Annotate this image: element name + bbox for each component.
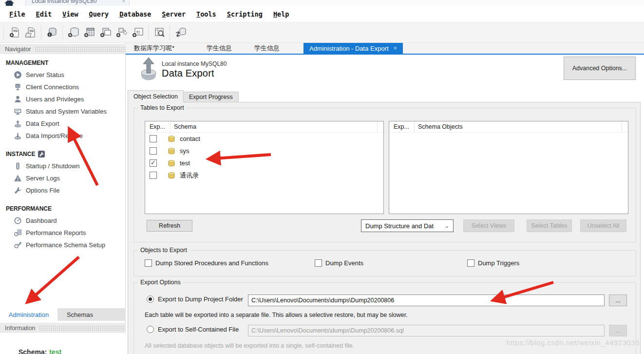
browse-folder-button[interactable]: ... [609, 295, 627, 306]
schema-objects-header: Exp... Schema Objects [389, 121, 628, 133]
menu-view[interactable]: View [57, 9, 84, 20]
schema-row-contacts-cn[interactable]: 通讯录 [145, 169, 383, 181]
radio-selected[interactable] [147, 295, 154, 303]
reconnect-dbms-icon[interactable] [172, 24, 189, 41]
users-icon [14, 95, 22, 103]
sidebar-item-performance-reports[interactable]: Performance Reports [0, 227, 126, 239]
create-schema-icon[interactable] [65, 24, 81, 41]
dump-stored-procedures-checkbox[interactable]: Dump Stored Procedures and Functions [145, 259, 268, 267]
schema-objects-list: Exp... Schema Objects [389, 121, 628, 214]
new-sql-tab-icon[interactable]: SQL [6, 24, 22, 41]
export-checkbox[interactable] [150, 147, 157, 155]
toolbar-grip [147, 26, 150, 39]
dump-folder-path-input[interactable] [248, 295, 605, 306]
instance-config-icon [38, 151, 45, 157]
dump-type-dropdown[interactable]: Dump Structure and Dat ⌄ [361, 219, 454, 232]
column-export: Exp... [145, 121, 170, 132]
tab-export-progress[interactable]: Export Progress [184, 92, 239, 102]
options-file-icon [14, 186, 22, 195]
create-procedure-icon[interactable] [114, 24, 130, 41]
create-table-icon[interactable] [81, 24, 97, 41]
doc-tab-1[interactable]: 数据库学习呢* [129, 43, 179, 54]
sidebar-item-status-system-variables[interactable]: Status and System Variables [0, 105, 126, 118]
dump-triggers-checkbox[interactable]: Dump Triggers [467, 259, 519, 267]
select-tables-button[interactable]: Select Tables [527, 219, 572, 232]
unselect-all-button[interactable]: Unselect All [580, 219, 626, 232]
open-sql-script-icon[interactable]: SQL [22, 24, 38, 41]
navigator-title: Navigator [5, 46, 31, 53]
search-table-data-icon[interactable] [151, 24, 167, 41]
sidebar-item-performance-schema-setup[interactable]: Performance Schema Setup [0, 239, 126, 251]
server-logs-icon [14, 174, 22, 182]
advanced-options-button[interactable]: Advanced Options... [564, 57, 636, 80]
svg-text:SQL: SQL [13, 29, 18, 32]
status-variables-icon [14, 107, 22, 116]
doc-tab-data-export[interactable]: Administration - Data Export × [303, 43, 403, 54]
sidebar-bottom-tabs: Administration Schemas [0, 308, 126, 321]
sidebar-item-server-status[interactable]: Server Status [0, 69, 126, 81]
connection-tab[interactable]: Local instance MySQL80 × [25, 0, 130, 6]
dump-events-checkbox[interactable]: Dump Events [315, 259, 363, 267]
data-export-header: Local instance MySQL80 Data Export Advan… [126, 55, 644, 91]
menu-server[interactable]: Server [156, 9, 191, 20]
information-header-texture [39, 325, 131, 331]
menu-file[interactable]: File [4, 9, 31, 20]
schema-row-sys[interactable]: sys [145, 145, 383, 157]
checkbox[interactable] [467, 259, 474, 267]
close-icon[interactable]: × [394, 45, 397, 52]
export-options-label: Export Options [138, 279, 183, 286]
refresh-button[interactable]: Refresh [147, 220, 192, 232]
tab-object-selection[interactable]: Object Selection [128, 90, 184, 102]
menu-scripting[interactable]: Scripting [222, 9, 268, 20]
export-checkbox[interactable] [150, 135, 157, 142]
create-view-icon[interactable] [97, 24, 114, 41]
page-title: Data Export [162, 68, 214, 79]
dump-file-path-input[interactable] [248, 325, 605, 336]
menu-database[interactable]: Database [114, 9, 156, 20]
browse-file-button[interactable]: ... [609, 325, 627, 336]
tab-administration[interactable]: Administration [0, 308, 57, 321]
navigator-sidebar: Navigator MANAGEMENT Server Status Clien… [0, 43, 126, 354]
export-to-file-option[interactable]: Export to Self-Contained File [147, 326, 239, 333]
schema-row-contact[interactable]: contact [145, 133, 383, 145]
select-views-button[interactable]: Select Views [463, 219, 514, 232]
connection-tab-strip: Local instance MySQL80 × [0, 0, 644, 6]
navigator-tree: MANAGEMENT Server Status Client Connecti… [0, 56, 126, 251]
main-toolbar: SQL SQL i f() [0, 22, 644, 43]
checkbox[interactable] [315, 259, 322, 267]
schema-inspector-icon[interactable]: i [44, 24, 60, 41]
sidebar-item-options-file[interactable]: Options File [0, 184, 126, 197]
tables-to-export-group: Tables to Export Exp... Schema contact [133, 108, 636, 242]
create-function-icon[interactable]: f() [130, 24, 146, 41]
main-area: 数据库学习呢* 学生信息 学生信息 Administration - Data … [126, 43, 644, 354]
menu-tools[interactable]: Tools [191, 9, 222, 20]
doc-tab-3[interactable]: 学生信息 [249, 43, 284, 54]
startup-shutdown-icon [14, 162, 22, 170]
export-to-folder-option[interactable]: Export to Dump Project Folder [147, 295, 243, 303]
sidebar-item-data-import-restore[interactable]: Data Import/Restore [0, 130, 126, 142]
export-checkbox-checked[interactable] [150, 159, 157, 167]
sidebar-item-users-privileges[interactable]: Users and Privileges [0, 93, 126, 105]
menu-edit[interactable]: Edit [31, 9, 57, 20]
svg-text:SQL: SQL [29, 29, 34, 32]
column-spacer [377, 121, 383, 132]
schema-icon [167, 160, 176, 167]
sidebar-item-data-export[interactable]: Data Export [0, 118, 126, 130]
sidebar-item-dashboard[interactable]: Dashboard [0, 215, 126, 227]
sidebar-item-client-connections[interactable]: Client Connections [0, 81, 126, 93]
checkbox[interactable] [145, 259, 152, 267]
sidebar-item-server-logs[interactable]: Server Logs [0, 172, 126, 184]
schema-row-test[interactable]: test [145, 157, 383, 169]
doc-tab-2[interactable]: 学生信息 [202, 43, 237, 54]
schema-list-header: Exp... Schema [145, 121, 383, 133]
connection-tab-close-icon[interactable]: × [122, 0, 125, 4]
home-icon[interactable] [4, 0, 15, 6]
export-checkbox[interactable] [150, 172, 157, 179]
data-import-icon [14, 132, 22, 140]
sidebar-item-startup-shutdown[interactable]: Startup / Shutdown [0, 160, 126, 172]
export-page-tabs: Object Selection Export Progress [128, 91, 239, 102]
menu-help[interactable]: Help [268, 9, 295, 20]
radio-unselected[interactable] [147, 326, 154, 333]
menu-query[interactable]: Query [84, 9, 114, 20]
tab-schemas[interactable]: Schemas [57, 308, 102, 321]
